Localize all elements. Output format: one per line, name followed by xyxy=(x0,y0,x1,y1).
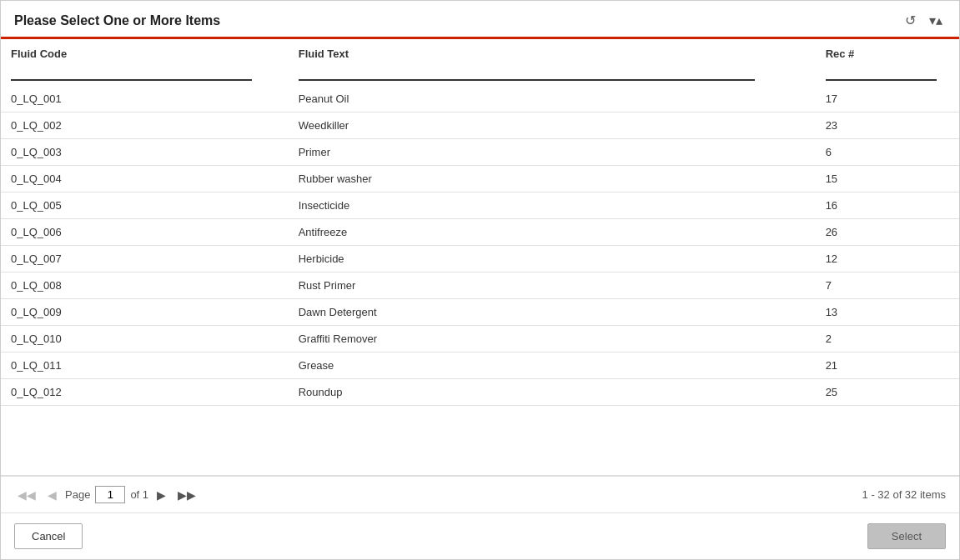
filter-input-text[interactable] xyxy=(299,63,755,81)
cell-rec: 7 xyxy=(816,272,959,299)
cell-fluid-text: Roundup xyxy=(289,379,816,406)
table-row[interactable]: 0_LQ_010Graffiti Remover2 xyxy=(1,326,959,352)
filter-cell-code xyxy=(1,63,289,86)
cell-fluid-code: 0_LQ_003 xyxy=(1,139,289,166)
cell-fluid-code: 0_LQ_007 xyxy=(1,246,289,272)
cell-fluid-text: Insecticide xyxy=(289,192,816,219)
cell-fluid-code: 0_LQ_005 xyxy=(1,192,289,219)
cell-fluid-text: Peanut Oil xyxy=(289,86,816,112)
of-label: of 1 xyxy=(130,488,148,501)
table-row[interactable]: 0_LQ_005Insecticide16 xyxy=(1,192,959,219)
cell-rec: 26 xyxy=(816,219,959,246)
next-page-button[interactable]: ▶ xyxy=(153,487,169,503)
filter-input-code[interactable] xyxy=(11,63,252,81)
cell-rec: 6 xyxy=(816,139,959,166)
table-row[interactable]: 0_LQ_008Rust Primer7 xyxy=(1,272,959,299)
pagination-bar: ◀◀ ◀ Page of 1 ▶ ▶▶ 1 - 32 of 32 items xyxy=(1,476,959,512)
filter-cell-rec xyxy=(816,63,959,86)
cell-fluid-text: Primer xyxy=(289,139,816,166)
table-wrapper[interactable]: Fluid Code Fluid Text Rec # xyxy=(1,39,959,475)
page-number-input[interactable] xyxy=(95,486,125,503)
cancel-button[interactable]: Cancel xyxy=(14,523,83,549)
cell-rec: 15 xyxy=(816,166,959,192)
page-label: Page xyxy=(65,488,90,501)
collapse-button[interactable]: ▾▴ xyxy=(926,11,946,30)
collapse-icon: ▾▴ xyxy=(929,13,942,28)
cell-fluid-code: 0_LQ_006 xyxy=(1,219,289,246)
header-icons: ↺ ▾▴ xyxy=(902,11,946,30)
cell-fluid-text: Graffiti Remover xyxy=(289,326,816,352)
cell-fluid-code: 0_LQ_012 xyxy=(1,379,289,406)
cell-fluid-text: Antifreeze xyxy=(289,219,816,246)
table-row[interactable]: 0_LQ_009Dawn Detergent13 xyxy=(1,299,959,326)
cell-rec: 2 xyxy=(816,326,959,352)
table-row[interactable]: 0_LQ_006Antifreeze26 xyxy=(1,219,959,246)
first-page-button[interactable]: ◀◀ xyxy=(14,487,39,503)
last-page-button[interactable]: ▶▶ xyxy=(174,487,199,503)
refresh-button[interactable]: ↺ xyxy=(902,11,919,30)
cell-rec: 23 xyxy=(816,112,959,139)
cell-fluid-code: 0_LQ_009 xyxy=(1,299,289,326)
dialog-header: Please Select One or More Items ↺ ▾▴ xyxy=(1,1,959,39)
table-row[interactable]: 0_LQ_011Grease21 xyxy=(1,352,959,379)
cell-rec: 17 xyxy=(816,86,959,112)
refresh-icon: ↺ xyxy=(905,13,916,28)
cell-rec: 13 xyxy=(816,299,959,326)
cell-fluid-text: Grease xyxy=(289,352,816,379)
filter-cell-text xyxy=(289,63,816,86)
table-row[interactable]: 0_LQ_004Rubber washer15 xyxy=(1,166,959,192)
cell-rec: 12 xyxy=(816,246,959,272)
filter-input-rec[interactable] xyxy=(826,63,937,81)
select-items-dialog: Please Select One or More Items ↺ ▾▴ Flu… xyxy=(0,0,960,560)
table-row[interactable]: 0_LQ_001Peanut Oil17 xyxy=(1,86,959,112)
table-container: Fluid Code Fluid Text Rec # xyxy=(1,39,959,476)
cell-fluid-text: Weedkiller xyxy=(289,112,816,139)
table-row[interactable]: 0_LQ_012Roundup25 xyxy=(1,379,959,406)
pagination-total: 1 - 32 of 32 items xyxy=(862,488,946,501)
table-row[interactable]: 0_LQ_007Herbicide12 xyxy=(1,246,959,272)
cell-fluid-code: 0_LQ_004 xyxy=(1,166,289,192)
cell-fluid-code: 0_LQ_001 xyxy=(1,86,289,112)
items-table: Fluid Code Fluid Text Rec # xyxy=(1,39,959,406)
table-row[interactable]: 0_LQ_002Weedkiller23 xyxy=(1,112,959,139)
cell-rec: 16 xyxy=(816,192,959,219)
table-row[interactable]: 0_LQ_003Primer6 xyxy=(1,139,959,166)
pagination-left: ◀◀ ◀ Page of 1 ▶ ▶▶ xyxy=(14,486,199,503)
prev-page-button[interactable]: ◀ xyxy=(44,487,60,503)
cell-fluid-text: Dawn Detergent xyxy=(289,299,816,326)
cell-fluid-code: 0_LQ_002 xyxy=(1,112,289,139)
table-header-row: Fluid Code Fluid Text Rec # xyxy=(1,39,959,63)
col-header-rec: Rec # xyxy=(816,39,959,63)
cell-fluid-code: 0_LQ_011 xyxy=(1,352,289,379)
filter-row xyxy=(1,63,959,86)
dialog-title: Please Select One or More Items xyxy=(14,13,220,28)
cell-fluid-code: 0_LQ_010 xyxy=(1,326,289,352)
cell-fluid-text: Rust Primer xyxy=(289,272,816,299)
cell-fluid-code: 0_LQ_008 xyxy=(1,272,289,299)
col-header-fluid-text: Fluid Text xyxy=(289,39,816,63)
cell-rec: 25 xyxy=(816,379,959,406)
select-button[interactable]: Select xyxy=(867,523,946,549)
dialog-footer: Cancel Select xyxy=(1,512,959,559)
col-header-fluid-code: Fluid Code xyxy=(1,39,289,63)
cell-fluid-text: Herbicide xyxy=(289,246,816,272)
table-body: 0_LQ_001Peanut Oil170_LQ_002Weedkiller23… xyxy=(1,86,959,406)
cell-rec: 21 xyxy=(816,352,959,379)
cell-fluid-text: Rubber washer xyxy=(289,166,816,192)
